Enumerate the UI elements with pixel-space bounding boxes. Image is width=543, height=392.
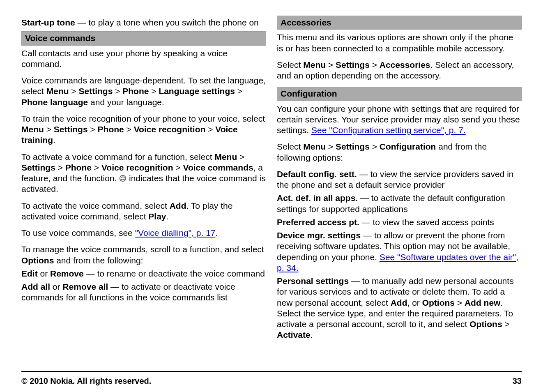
startup-tone-desc: — to play a tone when you switch the pho… xyxy=(75,18,259,27)
page-footer: © 2010 Nokia. All rights reserved. 33 xyxy=(21,371,522,386)
menu-path-accessories: Accessories xyxy=(380,60,430,69)
path-separator: > xyxy=(88,125,98,134)
path-separator: > xyxy=(173,163,183,172)
device-mgr-label: Device mgr. settings xyxy=(277,231,361,240)
configuration-heading: Configuration xyxy=(277,87,522,101)
path-separator: > xyxy=(124,125,134,134)
path-separator: > xyxy=(44,125,54,134)
path-separator: > xyxy=(455,298,465,307)
menu-path-configuration: Configuration xyxy=(380,142,436,151)
add-bold: Add xyxy=(391,298,407,307)
voice-command-indicator-icon xyxy=(119,174,127,181)
options-bold: Options xyxy=(469,319,502,329)
removeall-bold: Remove all xyxy=(62,282,108,291)
accessories-path: Select Menu > Settings > Accessories. Se… xyxy=(277,60,522,81)
add-new-bold: Add new xyxy=(465,298,501,307)
path-separator: > xyxy=(69,86,79,96)
act-def-label: Act. def. in all apps. xyxy=(277,193,358,203)
personal-settings-label: Personal settings xyxy=(277,276,349,286)
personal-settings-item: Personal settings — to manually add new … xyxy=(277,276,522,341)
path-separator: > xyxy=(237,152,244,161)
path-separator: > xyxy=(326,142,336,151)
vc-language: Voice commands are language-dependent. T… xyxy=(21,75,266,108)
vc-language-post: and your language. xyxy=(88,97,164,107)
period: . xyxy=(311,330,313,339)
vc-manage-pre: To manage the voice commands, scroll to … xyxy=(21,244,264,254)
config-service-link[interactable]: See "Configuration setting service", p. … xyxy=(311,125,466,135)
voice-dialling-link[interactable]: "Voice dialling", p. 17 xyxy=(135,228,216,238)
menu-path-voicerecog: Voice recognition xyxy=(101,163,173,172)
addall-removeall-item: Add all or Remove all — to activate or d… xyxy=(21,281,266,303)
vc-add-pre: To activate the voice command, select xyxy=(21,201,170,210)
path-separator: > xyxy=(92,163,101,172)
copyright-text: © 2010 Nokia. All rights reserved. xyxy=(21,376,151,386)
play-bold: Play xyxy=(148,212,166,221)
vc-seealso-pre: To use voice commands, see xyxy=(21,228,135,238)
remove-bold: Remove xyxy=(50,269,84,278)
menu-path-phone: Phone xyxy=(122,86,149,96)
menu-path-settings: Settings xyxy=(78,86,113,96)
vc-intro: Call contacts and use your phone by spea… xyxy=(21,48,266,70)
add-bold: Add xyxy=(170,201,186,210)
voice-commands-heading: Voice commands xyxy=(21,31,266,45)
text: , or xyxy=(407,298,422,307)
path-separator: > xyxy=(502,319,510,329)
period: . xyxy=(166,212,169,221)
startup-tone-label: Start-up tone xyxy=(21,18,75,27)
menu-path-voicerecog: Voice recognition xyxy=(134,125,206,134)
vc-add-play: To activate the voice command, select Ad… xyxy=(21,201,266,222)
page-number: 33 xyxy=(513,376,522,386)
menu-path-settings: Settings xyxy=(336,142,370,151)
svg-point-0 xyxy=(120,175,126,181)
menu-path-settings: Settings xyxy=(21,163,55,172)
path-separator: > xyxy=(149,86,159,96)
menu-path-voicecommands: Voice commands xyxy=(183,163,253,172)
period: . xyxy=(53,135,55,145)
config-intro: You can configure your phone with settin… xyxy=(277,104,522,136)
vc-manage-post: and from the following: xyxy=(54,256,143,265)
page: Start-up tone — to play a tone when you … xyxy=(0,0,543,392)
addall-bold: Add all xyxy=(21,282,50,291)
vc-manage: To manage the voice commands, scroll to … xyxy=(21,244,266,266)
menu-path-menu: Menu xyxy=(303,60,326,69)
right-column: Accessories This menu and its various op… xyxy=(277,16,522,357)
pref-ap-item: Preferred access pt. — to view the saved… xyxy=(277,217,522,228)
default-config-item: Default config. sett. — to view the serv… xyxy=(277,169,522,191)
edit-bold: Edit xyxy=(21,269,38,278)
menu-path-menu: Menu xyxy=(46,86,69,96)
path-separator: > xyxy=(370,60,380,69)
menu-path-phone: Phone xyxy=(65,163,92,172)
vc-activate-pre: To activate a voice command for a functi… xyxy=(21,152,214,161)
vc-train: To train the voice recognition of your p… xyxy=(21,113,266,146)
edit-remove-item: Edit or Remove — to rename or deactivate… xyxy=(21,268,266,279)
period: . xyxy=(216,228,218,238)
text: Select xyxy=(277,60,303,69)
vc-train-pre: To train the voice recognition of your p… xyxy=(21,114,265,123)
pref-ap-desc: — to view the saved access points xyxy=(359,217,494,227)
device-mgr-item: Device mgr. settings — to allow or preve… xyxy=(277,230,522,273)
accessories-intro: This menu and its various options are sh… xyxy=(277,32,522,54)
text: Select xyxy=(277,142,303,151)
path-separator: > xyxy=(370,142,380,151)
pref-ap-label: Preferred access pt. xyxy=(277,217,359,227)
menu-path-phonelang: Phone language xyxy=(21,97,88,107)
menu-path-menu: Menu xyxy=(303,142,326,151)
activate-bold: Activate xyxy=(277,330,311,339)
options-bold: Options xyxy=(422,298,455,307)
menu-path-langsettings: Language settings xyxy=(159,86,235,96)
two-column-layout: Start-up tone — to play a tone when you … xyxy=(21,16,522,357)
startup-tone-item: Start-up tone — to play a tone when you … xyxy=(21,17,266,28)
left-column: Start-up tone — to play a tone when you … xyxy=(21,16,266,357)
act-def-item: Act. def. in all apps. — to activate the… xyxy=(277,193,522,214)
accessories-heading: Accessories xyxy=(277,16,522,30)
or-text: or xyxy=(38,269,50,278)
vc-activate-func: To activate a voice command for a functi… xyxy=(21,152,266,195)
menu-path-phone: Phone xyxy=(98,125,124,134)
edit-remove-desc: — to rename or deactivate the voice comm… xyxy=(84,269,265,278)
default-config-label: Default config. sett. xyxy=(277,169,357,179)
menu-path-menu: Menu xyxy=(214,152,237,161)
path-separator: > xyxy=(55,163,65,172)
path-separator: > xyxy=(113,86,122,96)
menu-path-settings: Settings xyxy=(54,125,88,134)
options-bold: Options xyxy=(21,256,54,265)
